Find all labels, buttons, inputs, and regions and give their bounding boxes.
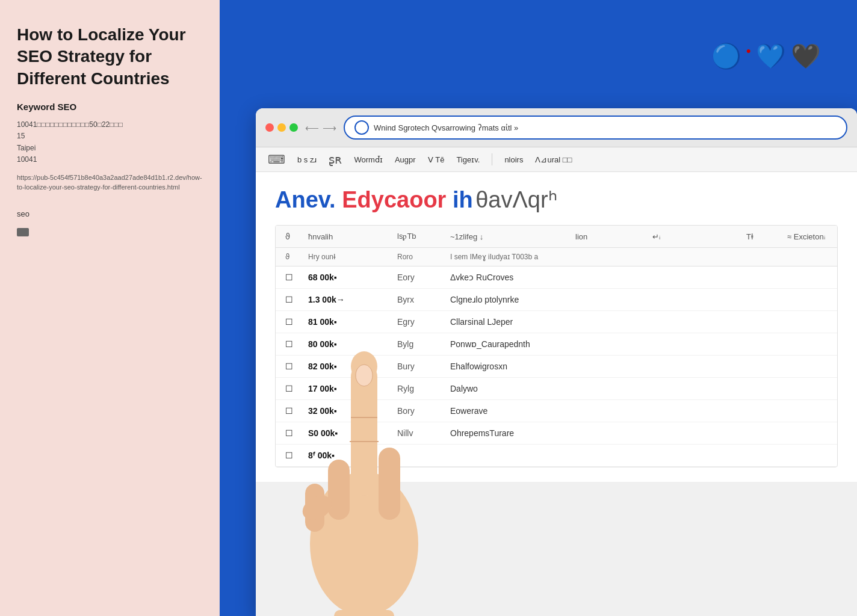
- address-bar[interactable]: Wnind Sgrotech Qvsarrowing ʔmats αἰtl »: [344, 116, 847, 140]
- row-keyword: Ehalfowigrosxn: [450, 362, 571, 371]
- col-header-arrow[interactable]: ↵ᵢ: [652, 232, 688, 241]
- svg-rect-4: [379, 448, 400, 520]
- col-header-check: ϑ: [285, 232, 303, 241]
- address-text: Wnind Sgrotech Qvsarrowing ʔmats αἰtl »: [374, 123, 837, 132]
- sidebar-meta: 10041□□□□□□□□□□□□50□22□□□ 15 Taipei 1004…: [17, 119, 203, 165]
- svg-rect-6: [334, 610, 394, 616]
- sidebar-tag: seo: [17, 209, 203, 218]
- toolbar-item-1[interactable]: b s zɹ: [297, 155, 317, 164]
- row-keyword: OhrepemsTurare: [450, 428, 571, 438]
- col-header-lion[interactable]: lion: [575, 232, 648, 241]
- heading-part1: Anev. Edycaoor: [275, 187, 453, 212]
- toolbar-item-4[interactable]: ꓦ Tē: [428, 155, 445, 164]
- browser-toolbar: ⌨ b s zɹ ʂʀ Wormd̈ɪ Augpr ꓦ Tē Tigeɪv. n…: [256, 147, 857, 172]
- browser-window: ⟵ ⟶ Wnind Sgrotech Qvsarrowing ʔmats αἰt…: [256, 108, 857, 616]
- sidebar-title: How to Localize Your SEO Strategy for Di…: [17, 24, 203, 90]
- sidebar-keyword: Keyword SEO: [17, 102, 203, 112]
- browser-chrome: ⟵ ⟶ Wnind Sgrotech Qvsarrowing ʔmats αἰt…: [256, 108, 857, 147]
- hand-overlay: [280, 255, 448, 616]
- toolbar-item-2[interactable]: Wormd̈ɪ: [354, 155, 382, 164]
- col-header-invalih[interactable]: ħnvalih: [308, 232, 392, 241]
- toolbar-item-5[interactable]: Tigeɪv.: [456, 155, 480, 164]
- address-circle-icon: [354, 120, 369, 135]
- heading-part3: θavΛqrʰ: [475, 187, 557, 212]
- nav-forward[interactable]: ⟶: [323, 122, 336, 134]
- svg-point-10: [356, 365, 373, 386]
- toolbar-icon-2[interactable]: ʂʀ: [329, 152, 342, 167]
- emoji-decoration: 🔵 ● 💙 🖤: [711, 42, 821, 70]
- traffic-light-green[interactable]: [289, 123, 298, 132]
- table-header: ϑ ħnvalih lsᵱTb ~1zlifeg ↓ lion ↵ᵢ Tⱡ ≈ …: [276, 226, 837, 248]
- svg-rect-3: [328, 460, 350, 520]
- col-header-exciet[interactable]: ≈ Excietonᵢ: [787, 232, 838, 241]
- sidebar-url: https://pub-5c454f571b8e40a3a2aad27ade84…: [17, 173, 203, 192]
- sidebar-icon: [17, 228, 29, 236]
- row-keyword: Δvkeɔ RuCroves: [450, 273, 571, 282]
- emoji-1: 🔵: [711, 42, 741, 70]
- row-keyword: Ponwɒ_Caurapednth: [450, 339, 571, 349]
- col-header-tl[interactable]: Tⱡ: [746, 232, 782, 241]
- traffic-light-red[interactable]: [265, 123, 274, 132]
- hand-svg: [280, 255, 448, 616]
- row-keyword: Dalywo: [450, 384, 571, 393]
- traffic-light-yellow[interactable]: [277, 123, 286, 132]
- emoji-3: 💙: [756, 42, 786, 70]
- main-area: 🔵 ● 💙 🖤 ⟵ ⟶ Wnind Sgrotech Qvsarrowing ʔ…: [220, 0, 857, 616]
- col-header-lstb[interactable]: lsᵱTb: [397, 232, 445, 241]
- subheader-4: I sem IMeɣ iIudyaɪ T003b a: [450, 253, 828, 261]
- toolbar-icon-1[interactable]: ⌨: [268, 152, 285, 167]
- toolbar-divider: [492, 153, 492, 165]
- nav-back[interactable]: ⟵: [305, 122, 319, 134]
- row-keyword: Cllarsinal LJeper: [450, 317, 571, 327]
- row-keyword: Clgneɹlo ptolynrke: [450, 295, 571, 304]
- page-heading-area: Anev. Edycaoor ih θavΛqrʰ: [275, 186, 838, 213]
- toolbar-item-6[interactable]: nloirs: [504, 155, 523, 164]
- emoji-2: ●: [746, 46, 751, 55]
- emoji-4: 🖤: [791, 42, 821, 70]
- toolbar-item-3[interactable]: Augpr: [395, 155, 416, 164]
- nav-buttons: ⟵ ⟶: [305, 122, 336, 134]
- row-keyword: Eowerave: [450, 406, 571, 416]
- traffic-lights: [265, 123, 298, 132]
- toolbar-item-7[interactable]: ᐱ⊿ural □□: [535, 155, 572, 164]
- sidebar: How to Localize Your SEO Strategy for Di…: [0, 0, 220, 616]
- col-header-lifeg[interactable]: ~1zlifeg ↓: [450, 232, 571, 241]
- heading-part2: ih: [453, 187, 473, 212]
